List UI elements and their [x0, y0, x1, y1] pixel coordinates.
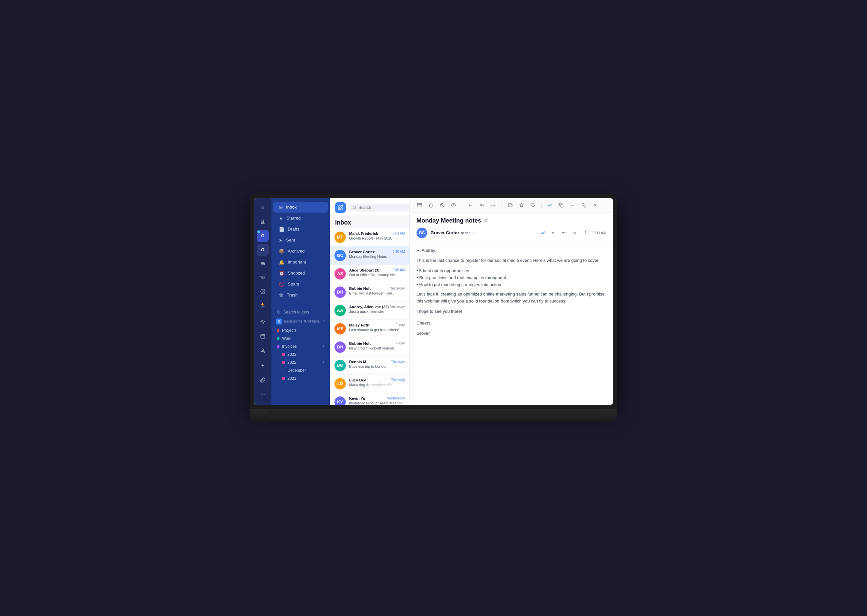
svg-point-8	[353, 206, 356, 209]
snooze-toolbar-icon[interactable]	[449, 201, 458, 209]
search-folders-label: Search folders	[284, 310, 309, 314]
folder-2022[interactable]: 2022 ∧	[271, 358, 330, 366]
nav-spam-label: Spam	[288, 281, 299, 286]
svg-rect-21	[584, 205, 586, 207]
email-para2: Let's face it, creating an optimized onl…	[416, 291, 606, 305]
email-subject: Just a quick reminder	[349, 310, 405, 313]
avatar: KY	[334, 396, 346, 405]
sent-nav-icon: ➤	[279, 237, 283, 243]
minimize-icon[interactable]	[568, 201, 577, 209]
more-options-icon[interactable]	[582, 229, 590, 237]
attachment-icon[interactable]	[257, 374, 269, 386]
email-item[interactable]: KY Kevin Yu Wednesday Invitation: Produc…	[330, 393, 410, 405]
folder-2021[interactable]: 2021	[271, 374, 330, 382]
email-item[interactable]: DM Dennis M. Thursday Business trip to L…	[330, 357, 410, 375]
nav-important[interactable]: 🔔 Important	[273, 257, 328, 267]
figure-icon[interactable]: 🏃	[257, 300, 269, 311]
check-icon[interactable]	[545, 201, 554, 209]
nav-trash[interactable]: 🗑 Trash	[273, 290, 328, 300]
email-item[interactable]: BH Bobbie Holt Friday New project kick-o…	[330, 338, 410, 357]
duplicate-icon[interactable]	[580, 201, 588, 209]
nav-starred[interactable]: ★ Starred	[273, 213, 328, 223]
search-folders-btn[interactable]: Search folders	[271, 308, 330, 316]
menu-icon[interactable]: ≡	[257, 202, 269, 214]
forward-icon[interactable]	[489, 201, 498, 209]
car-icon[interactable]	[257, 258, 269, 270]
email-time: Yesterday	[390, 286, 405, 290]
email-item[interactable]: GC Grover Cortez 9:30 AM Monday Meeting …	[330, 247, 410, 265]
folder-2021-label: 2021	[287, 376, 296, 381]
email-list-panel: Inbox MF Malak Frederick 7:03 AM Growth …	[330, 198, 410, 405]
g-account-1[interactable]: G	[257, 230, 269, 242]
email-label-icon: 🏷	[484, 218, 489, 223]
email-subject: Monday Meeting Notes	[349, 255, 405, 259]
folder-2023[interactable]: 2023	[271, 350, 330, 358]
activity-icon[interactable]	[257, 316, 269, 327]
reply-icon[interactable]	[550, 229, 558, 237]
close-email-icon[interactable]	[591, 201, 599, 209]
folder-december[interactable]: December	[271, 366, 330, 374]
email-content: Lucy Dee Thursday Marketing Automation i…	[349, 378, 405, 390]
svg-point-6	[277, 311, 280, 313]
apps-icon[interactable]: ⋯	[257, 389, 269, 401]
email-item[interactable]: AS Alice Shepart (3) 6:45 AM Out of Offi…	[330, 265, 410, 283]
profile-icon[interactable]	[257, 216, 269, 228]
reply-back-icon[interactable]	[466, 201, 475, 209]
g-account-2[interactable]: G	[257, 244, 269, 256]
email-list: MF Malak Frederick 7:03 AM Growth Report…	[330, 228, 410, 405]
laptop-wrapper: ≡ G G TDI	[250, 194, 617, 422]
calendar-icon[interactable]	[257, 330, 269, 342]
email-item[interactable]: MF Malak Frederick 7:03 AM Growth Report…	[330, 228, 410, 247]
email-content: Bobbie Holt Yesterday Email will last fo…	[349, 286, 405, 298]
star-icon[interactable]	[517, 201, 526, 209]
sender-avatar: GC	[416, 228, 427, 238]
nav-inbox[interactable]: ✉ Inbox	[273, 202, 328, 212]
settings-icon[interactable]	[257, 286, 269, 297]
important-nav-icon: 🔔	[279, 259, 284, 265]
email-item[interactable]: AA Audrey, Alice, me (22) Yesterday Just…	[330, 302, 410, 320]
reply-check-icon[interactable]	[539, 229, 547, 237]
account-expand-icon: ^	[323, 319, 325, 324]
search-input[interactable]	[358, 205, 408, 210]
delete-toolbar-icon[interactable]	[427, 201, 435, 209]
keyboard-base	[250, 409, 617, 422]
email-item[interactable]: BH Bobbie Holt Yesterday Email will last…	[330, 283, 410, 302]
nav-spam[interactable]: 🚫 Spam	[273, 279, 328, 289]
block-toolbar-icon[interactable]	[438, 201, 446, 209]
nav-sent-label: Sent	[286, 237, 295, 242]
email-action-icons	[539, 229, 590, 237]
svg-line-7	[279, 313, 280, 313]
email-item[interactable]: MF Maisy Firth Friday Last chance to get…	[330, 320, 410, 338]
mark-read-icon[interactable]	[506, 201, 514, 209]
reply-all-email-icon[interactable]	[560, 229, 568, 237]
email-item[interactable]: LD Lucy Dee Thursday Marketing Automatio…	[330, 375, 410, 393]
account-label: jason.morris_876@gma...	[284, 319, 322, 323]
folder-work[interactable]: Work	[271, 335, 330, 343]
email-time: Thursday	[391, 378, 405, 382]
nav-starred-label: Starred	[287, 215, 301, 220]
email-subject: Out of Office Re: Startup Ne...	[349, 273, 405, 277]
tdi-icon[interactable]: TDI	[257, 272, 269, 283]
email-content: Kevin Yu Wednesday Invitation: Product T…	[349, 396, 405, 405]
search-bar[interactable]	[349, 204, 412, 212]
contacts-icon[interactable]	[257, 345, 269, 357]
folder-projects[interactable]: Projects	[271, 327, 330, 335]
label-icon[interactable]	[528, 201, 537, 209]
nav-drafts[interactable]: 📄 Drafts	[273, 224, 328, 234]
svg-rect-1	[261, 334, 265, 338]
2022-chevron: ∧	[322, 360, 325, 364]
compose-button[interactable]	[335, 202, 346, 213]
nav-snoozed[interactable]: ⏰ Snoozed	[273, 268, 328, 278]
archive-toolbar-icon[interactable]	[415, 201, 424, 209]
account-header[interactable]: G jason.morris_876@gma... ^	[271, 316, 330, 327]
folder-invoices[interactable]: Invoices ∧	[271, 343, 330, 350]
copy-icon[interactable]	[557, 201, 566, 209]
svg-point-25	[585, 233, 586, 233]
reply-all-icon[interactable]	[478, 201, 486, 209]
nav-sent[interactable]: ➤ Sent	[273, 235, 328, 245]
email-content: Malak Frederick 7:03 AM Growth Report - …	[349, 231, 405, 243]
nav-archived[interactable]: 📦 Archived	[273, 246, 328, 256]
forward-email-icon[interactable]	[571, 229, 579, 237]
ai-icon[interactable]: ✦	[257, 360, 269, 371]
email-subject: Email will last forever - onl...	[349, 291, 405, 295]
